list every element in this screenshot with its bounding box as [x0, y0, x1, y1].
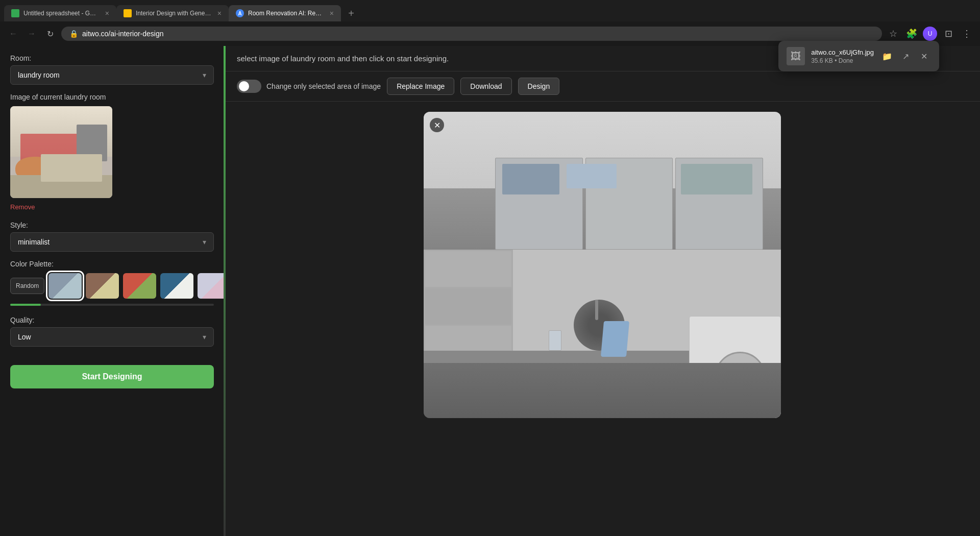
room-value: laundry room [18, 71, 60, 79]
download-popup: 🖼 aitwo.co_x6UjGfn.jpg 35.6 KB • Done 📁 … [778, 41, 939, 71]
remove-image-link[interactable]: Remove [10, 203, 35, 211]
tab-interior[interactable]: Interior Design with Generati... × [116, 5, 229, 21]
extensions-icon[interactable]: 🧩 [904, 27, 919, 41]
toggle-label: Change only selected area of image [266, 82, 381, 90]
profile-avatar[interactable]: U [923, 27, 937, 41]
address-lock-icon: 🔒 [69, 30, 78, 38]
style-label: Style: [10, 221, 214, 229]
address-bar[interactable]: 🔒 aitwo.co/ai-interior-design [61, 27, 882, 41]
generated-room-visual [424, 112, 781, 418]
toggle-container: Change only selected area of image [237, 80, 381, 93]
image-viewer: ✕ [225, 102, 980, 536]
color-swatch-4[interactable] [160, 273, 193, 299]
popup-meta: 35.6 KB • Done [811, 57, 874, 64]
room-label: Room: [10, 54, 214, 62]
style-selector[interactable]: minimalist ▾ [10, 232, 214, 252]
quality-value: Low [18, 333, 31, 341]
sidebar: Room: laundry room ▾ Image of current la… [0, 46, 225, 536]
reload-button[interactable]: ↻ [43, 27, 57, 41]
profile-icon[interactable]: U [923, 27, 937, 41]
progress-fill [10, 304, 41, 306]
style-value: minimalist [18, 238, 50, 246]
color-swatch-5[interactable] [198, 273, 225, 299]
generated-room-image [424, 112, 781, 418]
tab-label-1: Untitled spreadsheet - Goo... [23, 10, 99, 17]
start-designing-button[interactable]: Start Designing [10, 365, 214, 388]
popup-file-info: aitwo.co_x6UjGfn.jpg 35.6 KB • Done [811, 48, 874, 64]
replace-image-button[interactable]: Replace Image [387, 78, 454, 95]
menu-icon[interactable]: ⋮ [960, 27, 974, 41]
image-label: Image of current laundry room [10, 93, 214, 101]
area-toggle[interactable] [237, 80, 261, 93]
tab-label-3: Room Renovation AI: Renova... [248, 10, 324, 17]
popup-actions: 📁 ↗ ✕ [880, 49, 931, 63]
browser-actions: ☆ 🧩 U ⊡ ⋮ [886, 27, 974, 41]
quality-selector-arrow: ▾ [203, 333, 206, 341]
laundry-room-image [10, 106, 112, 198]
new-tab-button[interactable]: + [343, 5, 359, 21]
sidebar-accent [224, 46, 226, 536]
room-selector-arrow: ▾ [203, 71, 206, 79]
room-selector[interactable]: laundry room ▾ [10, 65, 214, 85]
browser-chrome: Untitled spreadsheet - Goo... × Interior… [0, 0, 980, 46]
image-preview-container [10, 106, 112, 198]
popup-filename: aitwo.co_x6UjGfn.jpg [811, 48, 874, 56]
popup-close-button[interactable]: ✕ [917, 49, 931, 63]
download-button[interactable]: Download [460, 78, 511, 95]
url-text: aitwo.co/ai-interior-design [82, 30, 874, 38]
main-content: Room: laundry room ▾ Image of current la… [0, 46, 980, 536]
window-split-icon[interactable]: ⊡ [941, 27, 955, 41]
tab-favicon-3: A [236, 9, 244, 17]
forward-button[interactable]: → [24, 27, 39, 41]
tab-room-renovation[interactable]: A Room Renovation AI: Renova... × [229, 5, 341, 21]
tab-spreadsheet[interactable]: Untitled spreadsheet - Goo... × [4, 5, 116, 21]
right-content: select image of laundry room and then cl… [225, 46, 980, 536]
random-swatch[interactable]: Random [10, 278, 44, 294]
toggle-thumb [239, 81, 249, 91]
design-button[interactable]: Design [518, 78, 560, 95]
style-selector-arrow: ▾ [203, 238, 206, 246]
tab-close-1[interactable]: × [105, 9, 109, 17]
progress-bar [10, 304, 214, 306]
color-palette-label: Color Palette: [10, 260, 214, 268]
tab-label-2: Interior Design with Generati... [136, 10, 211, 17]
tab-favicon-2 [124, 9, 132, 17]
tab-close-2[interactable]: × [217, 9, 222, 17]
toolbar: Change only selected area of image Repla… [225, 71, 980, 102]
generated-image-card: ✕ [424, 112, 781, 418]
color-swatch-2[interactable] [86, 273, 119, 299]
tab-favicon-1 [11, 9, 19, 17]
color-swatch-1[interactable] [48, 273, 82, 299]
color-swatch-3[interactable] [123, 273, 156, 299]
quality-selector[interactable]: Low ▾ [10, 327, 214, 347]
popup-open-button[interactable]: ↗ [898, 49, 913, 63]
color-swatches-container: Random [10, 273, 214, 299]
tab-close-3[interactable]: × [330, 9, 334, 17]
bookmark-icon[interactable]: ☆ [886, 27, 900, 41]
popup-file-icon: 🖼 [787, 47, 805, 65]
quality-label: Quality: [10, 316, 214, 324]
tabs-bar: Untitled spreadsheet - Goo... × Interior… [0, 0, 980, 21]
back-button[interactable]: ← [6, 27, 20, 41]
close-image-button[interactable]: ✕ [430, 118, 444, 132]
popup-folder-button[interactable]: 📁 [880, 49, 894, 63]
